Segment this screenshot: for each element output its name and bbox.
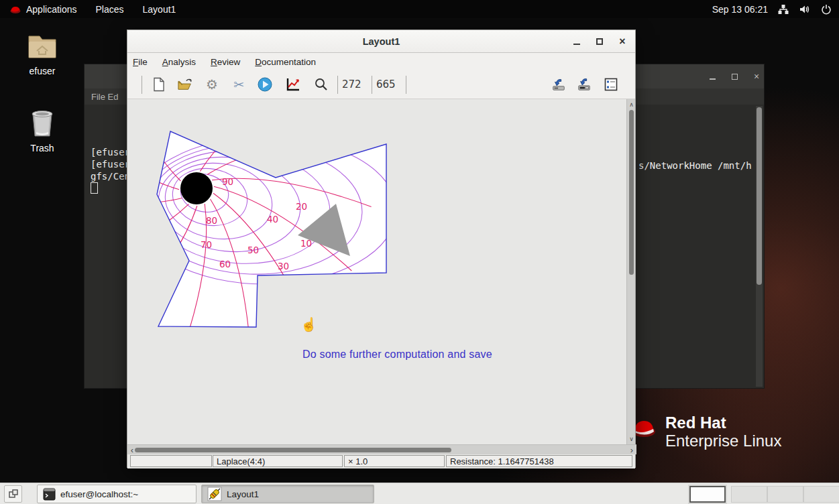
terminal-task-icon — [43, 488, 56, 501]
hand-cursor-icon: ☝ — [300, 316, 317, 332]
scroll-right-icon[interactable]: › — [627, 445, 636, 455]
new-document-icon — [152, 77, 166, 92]
minimize-button[interactable] — [570, 35, 583, 48]
settings-button[interactable]: ⚙ — [205, 77, 219, 92]
checklist-icon — [604, 77, 618, 92]
power-icon[interactable] — [820, 3, 832, 15]
status-cell-empty — [130, 455, 212, 467]
open-folder-icon — [178, 77, 192, 92]
scroll-up-icon[interactable]: ∧ — [627, 100, 636, 109]
domain-boundary[interactable] — [157, 131, 386, 327]
active-window-menu[interactable]: Layout1 — [133, 0, 186, 18]
zoom-button[interactable] — [314, 77, 329, 92]
gear-icon: ⚙ — [206, 76, 218, 92]
contour-label: 10 — [300, 238, 312, 249]
cut-button[interactable]: ✂ — [231, 77, 246, 92]
workspace-3[interactable] — [767, 486, 803, 503]
workspace-2[interactable] — [731, 486, 767, 503]
task-button-label: efuser@localhost:~ — [60, 489, 138, 499]
save-data-to-disk-button[interactable] — [577, 77, 592, 92]
contour-label: 30 — [278, 261, 289, 271]
resistor-task-icon — [207, 487, 222, 501]
terminal-cursor — [91, 182, 98, 194]
terminal-maximize-button[interactable] — [728, 70, 741, 83]
horizontal-scrollbar[interactable]: ‹ › — [127, 444, 636, 454]
status-resistance: Resistance: 1.1647751438 — [446, 455, 632, 467]
contour-label: 50 — [247, 245, 259, 255]
close-button[interactable]: × — [616, 35, 629, 48]
contour-label: 40 — [267, 214, 278, 225]
menu-documentation[interactable]: Documentation — [247, 53, 323, 70]
taskbar: efuser@localhost:~ Layout1 — [0, 483, 839, 504]
terminal-line: [efuser — [91, 158, 130, 170]
menu-review[interactable]: Review — [203, 53, 247, 70]
network-icon[interactable] — [777, 3, 789, 15]
applications-menu-label: Applications — [26, 4, 77, 15]
terminal-line: [efuser — [91, 146, 130, 158]
clock[interactable]: Sep 13 06:21 — [712, 4, 768, 15]
scissors-icon: ✂ — [233, 77, 244, 92]
circle-electrode[interactable] — [180, 172, 213, 204]
toolbar: ⚙ ✂ 272 665 — [127, 70, 635, 99]
show-desktop-button[interactable] — [4, 485, 22, 503]
terminal-minimize-button[interactable] — [706, 70, 719, 83]
toolbar-separator — [372, 76, 372, 94]
maximize-button[interactable] — [593, 35, 606, 48]
vertical-scrollbar-thumb[interactable] — [629, 110, 634, 275]
show-desktop-icon — [8, 489, 19, 499]
workspace-4[interactable] — [803, 486, 839, 503]
plot-button[interactable] — [286, 77, 300, 92]
volume-icon[interactable] — [799, 3, 811, 15]
menu-analysis[interactable]: Analysis — [155, 53, 203, 70]
applications-menu[interactable]: Applications — [0, 0, 87, 18]
contour-label: 60 — [219, 259, 231, 269]
task-button-layout1[interactable]: Layout1 — [201, 485, 374, 503]
window-titlebar[interactable]: Layout1 × — [127, 30, 635, 53]
terminal-menu-label: File Ed — [91, 92, 118, 102]
desktop-icon-label: Trash — [14, 143, 70, 153]
toolbar-separator — [406, 76, 406, 94]
folder-home-icon — [25, 28, 60, 63]
horizontal-scrollbar-thumb[interactable] — [135, 448, 451, 452]
contour-label: 90 — [222, 176, 233, 187]
coordinate-y-field[interactable]: 665 — [376, 78, 406, 90]
brand-line2: Enterprise Linux — [665, 432, 781, 450]
top-panel: Applications Places Layout1 Sep 13 06:21 — [0, 0, 839, 18]
chart-icon — [286, 77, 300, 92]
task-button-terminal[interactable]: efuser@localhost:~ — [37, 485, 197, 503]
terminal-scrollbar[interactable] — [756, 106, 763, 387]
terminal-scrollbar-thumb[interactable] — [757, 107, 762, 285]
new-document-button[interactable] — [152, 77, 166, 92]
desktop-icon-label: efuser — [14, 66, 70, 76]
save-to-disk-icon — [551, 77, 566, 92]
contour-label: 80 — [206, 215, 217, 226]
open-file-button[interactable] — [178, 77, 192, 92]
desktop-icon-trash[interactable]: Trash — [14, 105, 70, 153]
contour-label: 20 — [296, 201, 307, 212]
magnifier-icon — [314, 77, 329, 92]
task-button-label: Layout1 — [227, 489, 259, 499]
coordinate-x-field[interactable]: 272 — [342, 78, 372, 90]
desktop-icon-home[interactable]: efuser — [14, 28, 70, 76]
trash-icon — [25, 105, 60, 140]
terminal-line: s/NetworkHome /mnt/h — [638, 160, 752, 172]
active-window-menu-label: Layout1 — [143, 4, 176, 15]
scroll-down-icon[interactable]: ∨ — [627, 434, 636, 444]
save-to-disk-button[interactable] — [551, 77, 566, 92]
menubar: File Analysis Review Documentation — [127, 53, 635, 70]
terminal-close-button[interactable]: × — [750, 70, 763, 83]
brand-line1: Red Hat — [665, 414, 781, 432]
drawing-canvas[interactable]: 908070605040302010 Do some further compu… — [127, 99, 626, 444]
run-button[interactable] — [258, 77, 272, 92]
workspace-1[interactable] — [689, 486, 726, 503]
menu-file[interactable]: File — [127, 53, 155, 70]
places-menu[interactable]: Places — [87, 0, 133, 18]
vertical-scrollbar[interactable]: ∧ ∨ — [626, 99, 635, 444]
play-icon — [258, 77, 272, 92]
save-data-to-disk-icon — [577, 77, 592, 92]
toolbar-separator — [337, 76, 338, 94]
window-title: Layout1 — [363, 36, 400, 47]
terminal-line: gfs/Cen — [91, 170, 130, 182]
places-menu-label: Places — [96, 4, 124, 15]
properties-button[interactable] — [604, 77, 618, 92]
